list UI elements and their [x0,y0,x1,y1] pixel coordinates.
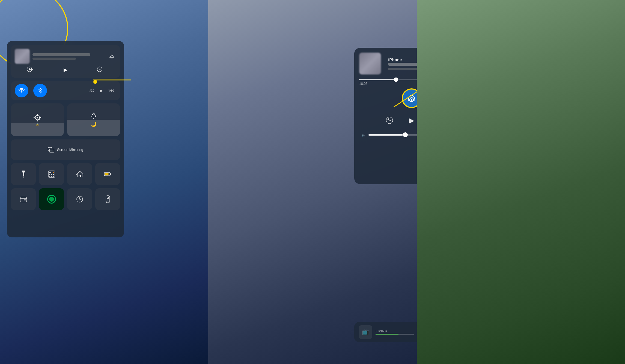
rotation-lock-btn[interactable]: 🔒 [11,103,64,136]
progress-fill [359,79,396,80]
svg-point-21 [53,172,54,173]
skip-forward-icon[interactable]: 30 [96,66,104,74]
media-info [32,53,105,60]
svg-rect-24 [105,173,108,175]
progress-section: 18:06 -38:33 [359,79,416,86]
appletv-label: LIVING [376,329,414,333]
svg-rect-23 [110,173,111,175]
p2-album-art [359,53,381,74]
track-title-bar [388,63,416,66]
airplay-big-button[interactable] [402,88,416,108]
media-subtitle [32,58,76,60]
appletv-progress-fill [376,334,398,335]
appletv-icon-box: 📺 [359,325,372,339]
skip-back-icon[interactable]: 30 [27,66,35,74]
play-button[interactable]: ▶ [61,65,70,75]
track-subtitle-bar [388,68,416,70]
screen-mirroring-button[interactable]: Screen Mirroring [11,139,120,160]
svg-rect-14 [49,172,51,173]
p2-media-card: iPhone 18:06 -38: [354,48,416,184]
svg-point-31 [107,197,109,199]
svg-point-19 [51,176,52,177]
appletv-icon: 📺 [362,329,369,336]
volume-slider-row: 🔈 🔊 [359,133,416,137]
time-elapsed: 18:06 [359,82,367,86]
svg-rect-12 [23,172,24,176]
panel-3: iPhone ⏭ iPhone ✓ [417,0,625,364]
do-not-disturb-btn[interactable]: 🌙 [67,103,120,136]
annotation-line-3 [417,0,625,364]
svg-rect-11 [49,149,54,152]
svg-point-15 [49,174,50,175]
svg-text:30: 30 [99,69,101,70]
wifi-button[interactable] [15,84,28,97]
control-center-card: 30 ▶ 30 [7,41,124,237]
battery-btn [95,163,120,185]
svg-point-32 [107,200,108,201]
record-btn[interactable] [39,188,64,210]
p2-track-info: iPhone [388,57,416,70]
calculator-btn[interactable] [39,163,64,185]
volume-slider[interactable] [368,134,416,136]
playback-controls: 30 ▶ 30 [359,114,416,127]
svg-point-33 [106,201,107,202]
volume-fill-bar [368,134,403,136]
media-widget: 30 ▶ 30 [11,45,120,78]
vol-low-icon: 🔈 [361,133,366,137]
skip-fwd-small[interactable]: ↻30 [108,89,114,93]
appletv-progress [376,334,414,335]
wallet-btn[interactable] [11,188,36,210]
home-btn[interactable] [67,163,92,185]
screen-mirroring-label: Screen Mirroring [57,148,83,152]
svg-rect-1 [111,58,113,58]
media-title [32,53,90,56]
progress-track[interactable] [359,79,416,80]
progress-thumb [394,77,398,82]
panel-1: 30 ▶ 30 [0,0,208,364]
clock-btn[interactable] [67,188,92,210]
panel-2: iPhone 18:06 -38: [208,0,416,364]
svg-point-34 [108,201,109,202]
remote-btn[interactable] [95,188,120,210]
flashlight-btn[interactable] [11,163,36,185]
record-dot [49,197,54,202]
svg-marker-37 [410,99,413,102]
svg-point-17 [53,174,54,175]
svg-point-16 [51,174,52,175]
airplay-button[interactable] [108,52,116,61]
svg-point-18 [49,176,50,177]
svg-point-20 [53,176,54,177]
svg-point-6 [21,91,22,93]
connectivity-panel: ↺30 ▶ ↻30 [11,81,120,100]
play-small[interactable]: ▶ [100,88,103,93]
bluetooth-button[interactable] [33,84,47,97]
svg-point-8 [37,117,38,118]
p2-play-button[interactable]: ▶ [405,114,416,127]
svg-text:30: 30 [29,69,31,70]
iphone-label: iPhone [388,57,416,62]
p2-appletv-card: 📺 LIVING [354,322,416,342]
p2-airplay-area [359,88,416,108]
p2-skip-back[interactable]: 30 [385,117,394,124]
album-art [15,49,30,64]
volume-thumb [403,132,408,137]
skip-back-small[interactable]: ↺30 [89,89,94,93]
svg-rect-26 [24,199,26,201]
appletv-info: LIVING [376,329,414,335]
svg-line-29 [80,199,81,200]
svg-rect-30 [106,196,110,203]
record-inner [47,195,56,204]
